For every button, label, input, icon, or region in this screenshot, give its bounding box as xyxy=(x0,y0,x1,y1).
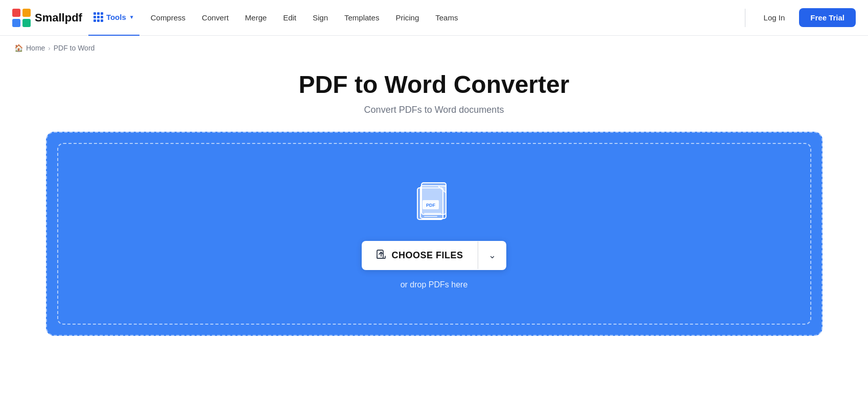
svg-rect-1 xyxy=(22,9,31,17)
drop-hint: or drop PDFs here xyxy=(401,280,468,289)
nav-links: Compress Convert Merge Edit Sign Templat… xyxy=(144,9,741,26)
free-trial-button[interactable]: Free Trial xyxy=(799,8,856,27)
drop-zone-border xyxy=(57,143,811,325)
logo-text: Smallpdf xyxy=(35,11,82,25)
tools-button[interactable]: Tools ▼ xyxy=(88,0,139,36)
header: Smallpdf Tools ▼ Compress Convert Merge … xyxy=(0,0,868,36)
home-icon: 🏠 xyxy=(14,44,23,52)
nav-pricing[interactable]: Pricing xyxy=(388,9,426,26)
nav-right: Log In Free Trial xyxy=(741,8,856,27)
tools-label: Tools xyxy=(106,13,126,21)
pdf-icon-container: PDF xyxy=(411,179,457,227)
tools-grid-icon xyxy=(93,12,103,22)
svg-rect-2 xyxy=(12,19,20,27)
chevron-down-icon: ⌄ xyxy=(488,250,496,261)
breadcrumb-current: PDF to Word xyxy=(54,44,95,52)
nav-sign[interactable]: Sign xyxy=(306,9,335,26)
page-title: PDF to Word Converter xyxy=(299,70,570,99)
svg-text:PDF: PDF xyxy=(426,203,436,208)
smallpdf-logo-icon xyxy=(12,9,31,27)
drop-zone[interactable]: PDF CHOOSE FILES xyxy=(46,132,823,336)
nav-merge[interactable]: Merge xyxy=(238,9,274,26)
nav-teams[interactable]: Teams xyxy=(428,9,465,26)
nav-edit[interactable]: Edit xyxy=(276,9,303,26)
choose-files-label: CHOOSE FILES xyxy=(391,250,463,261)
logo-link[interactable]: Smallpdf xyxy=(12,9,82,27)
breadcrumb-separator: › xyxy=(48,44,50,52)
svg-rect-3 xyxy=(22,19,31,27)
svg-rect-0 xyxy=(12,9,20,17)
nav-compress[interactable]: Compress xyxy=(144,9,193,26)
page-subtitle: Convert PDFs to Word documents xyxy=(364,105,504,115)
tools-chevron-icon: ▼ xyxy=(129,14,134,20)
choose-files-button[interactable]: CHOOSE FILES xyxy=(362,241,477,270)
choose-files-dropdown-button[interactable]: ⌄ xyxy=(478,241,506,269)
upload-icon xyxy=(376,249,386,262)
pdf-file-icon: PDF xyxy=(411,179,457,225)
login-button[interactable]: Log In xyxy=(756,9,793,26)
choose-files-row: CHOOSE FILES ⌄ xyxy=(362,241,506,270)
nav-templates[interactable]: Templates xyxy=(337,9,386,26)
main-content: PDF to Word Converter Convert PDFs to Wo… xyxy=(0,60,868,356)
nav-convert[interactable]: Convert xyxy=(195,9,236,26)
breadcrumb: 🏠 Home › PDF to Word xyxy=(0,36,868,60)
nav-divider xyxy=(745,9,745,27)
breadcrumb-home-link[interactable]: Home xyxy=(26,44,45,52)
svg-rect-11 xyxy=(377,250,383,258)
